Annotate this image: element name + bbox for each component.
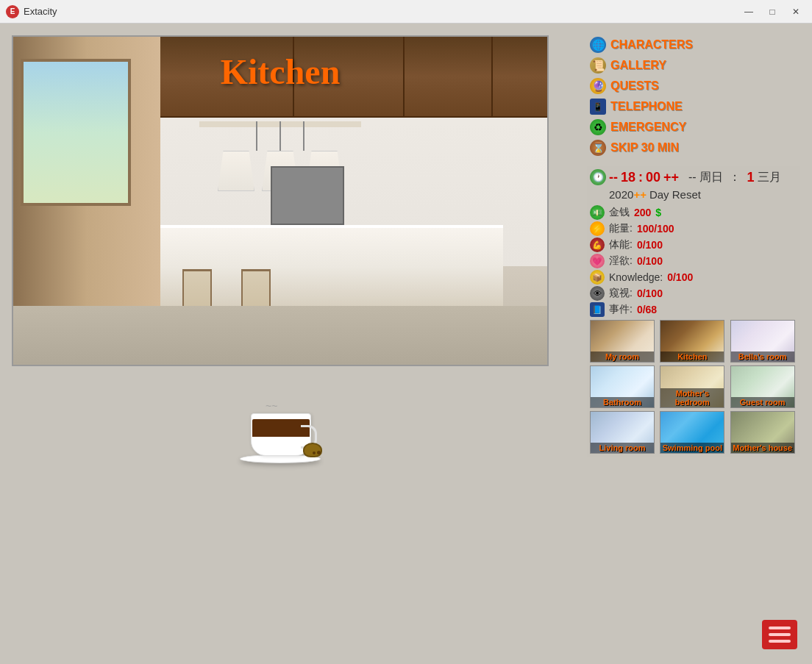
room-my-room[interactable]: My room — [590, 320, 655, 363]
stats-grid: 💵 金钱 200 $ ⚡ 能量: 100/100 💪 体能: 0/100 — [590, 205, 797, 317]
stat-lust: 💗 淫欲: 0/100 — [590, 254, 797, 268]
telephone-icon: 📱 — [590, 99, 606, 115]
coffee-area: ~~ — [12, 375, 549, 485]
stat-money: 💵 金钱 200 $ — [590, 205, 797, 220]
stat-energy: ⚡ 能量: 100/100 — [590, 221, 797, 236]
scene-title: Kitchen — [221, 51, 341, 92]
nav-item-telephone[interactable]: 📱 TELEPHONE — [587, 97, 800, 116]
close-button[interactable]: ✕ — [786, 4, 806, 20]
menu-line-1 — [769, 626, 791, 629]
room-mothers-house[interactable]: Mother's house — [730, 411, 795, 454]
time-colon: : — [638, 170, 643, 185]
room-living-label: Living room — [591, 443, 654, 453]
time-hours: 18 — [621, 170, 635, 185]
room-guest-label: Guest room — [731, 397, 794, 407]
gallery-icon: 📜 — [590, 57, 606, 74]
stamina-icon: 💪 — [590, 238, 605, 252]
room-pool-label: Swimming pool — [660, 443, 724, 453]
year-prefix: 2020 — [609, 188, 633, 201]
skip-icon: ⌛ — [590, 140, 606, 156]
emergency-icon: ♻ — [590, 119, 606, 135]
room-kitchen[interactable]: Kitchen — [660, 320, 724, 363]
menu-fab-button[interactable] — [762, 620, 797, 649]
room-living-room[interactable]: Living room — [590, 411, 655, 454]
lust-icon: 💗 — [590, 254, 605, 268]
titlebar: E Extacity — □ ✕ — [0, 0, 812, 24]
maximize-button[interactable]: □ — [762, 4, 783, 20]
time-daynum: 1 — [747, 170, 755, 185]
money-value: 200 — [634, 207, 651, 218]
time-minutes: 00 — [646, 170, 660, 185]
year-suffix: ++ — [633, 188, 647, 201]
time-weekday: 周日 — [699, 170, 723, 185]
stat-events: 📘 事件: 0/68 — [590, 302, 797, 317]
minimize-button[interactable]: — — [738, 4, 759, 20]
money-label: 金钱 — [609, 206, 630, 219]
event-label: 事件: — [609, 303, 633, 316]
telephone-label: TELEPHONE — [610, 100, 683, 113]
quests-label: QUESTS — [610, 79, 659, 93]
money-unit: $ — [655, 207, 661, 218]
room-mothers-label: Mother's bedroom — [660, 388, 724, 407]
nav-item-characters[interactable]: 🌐 CHARACTERS — [587, 35, 800, 54]
stat-knowledge: 📦 Knowledge: 0/100 — [590, 270, 797, 285]
coffee-cup-decoration: ~~ — [236, 397, 324, 463]
window-controls: — □ ✕ — [738, 4, 806, 20]
room-bathroom-label: Bathroom — [591, 397, 654, 407]
right-panel: 🌐 CHARACTERS 📜 GALLERY 🔮 QUESTS 📱 TELEPH… — [587, 35, 800, 652]
nav-menu: 🌐 CHARACTERS 📜 GALLERY 🔮 QUESTS 📱 TELEPH… — [587, 35, 800, 157]
menu-line-3 — [769, 640, 791, 643]
room-bathroom[interactable]: Bathroom — [590, 365, 655, 408]
nav-item-gallery[interactable]: 📜 GALLERY — [587, 56, 800, 75]
app-icon: E — [6, 5, 19, 18]
room-bellas-label: Bella's room — [731, 351, 794, 362]
room-mothers-bedroom[interactable]: Mother's bedroom — [660, 365, 724, 408]
time-suffix: ++ — [663, 170, 679, 185]
time-prefix: -- — [609, 170, 618, 185]
stamina-label: 体能: — [609, 238, 633, 251]
time-separator: -- — [682, 171, 697, 184]
app-title: Extacity — [24, 6, 738, 17]
money-icon: 💵 — [590, 205, 605, 220]
time-icon: 🕐 — [590, 169, 606, 185]
spy-value: 0/100 — [637, 288, 663, 299]
gallery-label: GALLERY — [610, 59, 666, 72]
stat-stamina: 💪 体能: 0/100 — [590, 238, 797, 252]
emergency-label: EMERGENCY — [610, 121, 686, 134]
knowledge-label: Knowledge: — [609, 271, 663, 283]
room-my-room-label: My room — [591, 351, 654, 362]
event-value: 0/68 — [637, 304, 657, 315]
main-content: Kitchen ~~ — [0, 24, 812, 664]
quests-icon: 🔮 — [590, 78, 606, 94]
time-display: 🕐 -- 18 : 00 ++ -- 周日 ： 1 三月 — [590, 169, 797, 185]
nav-item-emergency[interactable]: ♻ EMERGENCY — [587, 118, 800, 137]
energy-value: 100/100 — [637, 223, 674, 235]
spy-icon: 👁 — [590, 286, 605, 301]
skip-label: SKIP 30 MIN — [610, 141, 679, 154]
stat-spy: 👁 窥视: 0/100 — [590, 286, 797, 301]
energy-label: 能量: — [609, 222, 633, 235]
nav-item-skip[interactable]: ⌛ SKIP 30 MIN — [587, 138, 800, 157]
time-month: 三月 — [758, 170, 781, 185]
nav-item-quests[interactable]: 🔮 QUESTS — [587, 76, 800, 96]
lust-value: 0/100 — [637, 255, 663, 267]
room-kitchen-label: Kitchen — [660, 351, 724, 362]
room-swimming-pool[interactable]: Swimming pool — [660, 411, 724, 454]
event-icon: 📘 — [590, 302, 605, 317]
characters-icon: 🌐 — [590, 37, 606, 53]
stamina-value: 0/100 — [637, 239, 663, 251]
kitchen-bg: Kitchen — [13, 37, 547, 365]
time-colon2: ： — [726, 170, 744, 185]
scene-image[interactable]: Kitchen — [12, 35, 549, 366]
rooms-grid: My room Kitchen Bella's room Bathroom Mo — [590, 320, 797, 454]
reset-label: Day Reset — [649, 188, 701, 201]
room-bellas-room[interactable]: Bella's room — [730, 320, 795, 363]
spy-label: 窥视: — [609, 287, 633, 300]
room-guest-room[interactable]: Guest room — [730, 365, 795, 408]
room-mhouse-label: Mother's house — [731, 443, 794, 453]
left-panel: Kitchen ~~ — [12, 35, 575, 652]
knowledge-icon: 📦 — [590, 270, 605, 285]
day-reset-row: 2020 ++ Day Reset — [609, 188, 797, 201]
energy-icon: ⚡ — [590, 221, 605, 236]
lust-label: 淫欲: — [609, 254, 633, 268]
